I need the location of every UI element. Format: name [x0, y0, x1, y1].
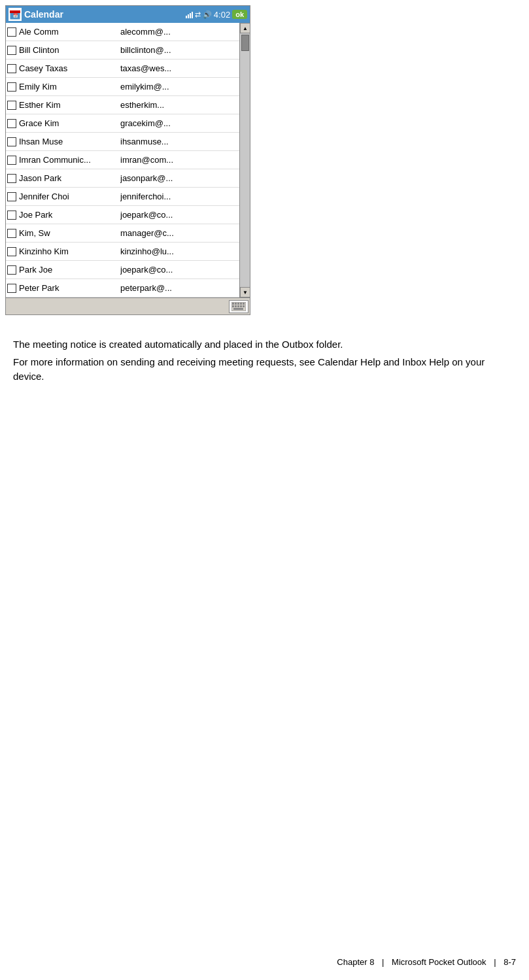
contact-email: ihsanmuse...	[120, 137, 238, 146]
contact-row[interactable]: Imran Communic...imran@com...	[6, 151, 239, 169]
contact-row[interactable]: Joe Parkjoepark@co...	[6, 206, 239, 224]
sync-icon: ⇄	[195, 10, 201, 19]
contact-email: alecomm@...	[120, 27, 238, 37]
contact-email: kinzinho@lu...	[120, 246, 238, 256]
svg-rect-9	[232, 305, 234, 307]
scroll-down-button[interactable]: ▼	[240, 287, 250, 297]
svg-rect-6	[237, 303, 239, 305]
title-bar: 📅 Calendar ⇄ 🔊 4:02 ok	[6, 6, 250, 23]
contact-name: Jason Park	[19, 173, 120, 183]
svg-rect-8	[243, 303, 245, 305]
product-label: Microsoft Pocket Outlook	[392, 957, 486, 967]
contact-row[interactable]: Jennifer Choijenniferchoi...	[6, 188, 239, 206]
app-title: Calendar	[24, 9, 63, 20]
contact-row[interactable]: Casey Taxastaxas@wes...	[6, 59, 239, 78]
volume-icon: 🔊	[203, 10, 212, 19]
scroll-track	[240, 33, 250, 287]
contact-row[interactable]: Ale Commalecomm@...	[6, 23, 239, 41]
scrollbar[interactable]: ▲ ▼	[239, 23, 250, 297]
contact-list: Ale Commalecomm@...Bill Clintonbillclint…	[6, 23, 239, 297]
contact-row[interactable]: Kim, Swmanager@c...	[6, 224, 239, 243]
signal-icon	[186, 10, 193, 18]
contact-row[interactable]: Emily Kimemilykim@...	[6, 78, 239, 96]
contact-row[interactable]: Grace Kimgracekim@...	[6, 114, 239, 133]
contact-checkbox[interactable]	[7, 247, 16, 256]
svg-rect-11	[237, 305, 239, 307]
svg-rect-4	[232, 303, 234, 305]
scroll-up-button[interactable]: ▲	[240, 23, 250, 33]
contact-email: joepark@co...	[120, 265, 238, 275]
contact-email: jasonpark@...	[120, 173, 238, 183]
contact-email: jenniferchoi...	[120, 192, 238, 201]
contact-name: Imran Communic...	[19, 155, 120, 165]
svg-rect-12	[240, 305, 242, 307]
footer-separator-2: |	[494, 957, 496, 967]
contact-email: gracekim@...	[120, 118, 238, 128]
contact-name: Esther Kim	[19, 100, 120, 110]
contact-list-wrapper: Ale Commalecomm@...Bill Clintonbillclint…	[6, 23, 250, 297]
contact-checkbox[interactable]	[7, 211, 16, 220]
contact-checkbox[interactable]	[7, 156, 16, 165]
svg-rect-13	[243, 305, 245, 307]
contact-name: Emily Kim	[19, 82, 120, 92]
contact-checkbox[interactable]	[7, 284, 16, 293]
chapter-label: Chapter 8	[337, 957, 374, 967]
keyboard-icon[interactable]	[229, 300, 248, 313]
contact-row[interactable]: Esther Kimestherkim...	[6, 96, 239, 114]
main-content: The meeting notice is created automatica…	[0, 327, 529, 384]
contact-checkbox[interactable]	[7, 46, 16, 55]
contact-row[interactable]: Peter Parkpeterpark@...	[6, 279, 239, 297]
contact-name: Casey Taxas	[19, 63, 120, 73]
contact-email: emilykim@...	[120, 82, 238, 92]
contact-row[interactable]: Ihsan Museihsanmuse...	[6, 133, 239, 151]
contact-checkbox[interactable]	[7, 192, 16, 201]
contact-name: Jennifer Choi	[19, 192, 120, 201]
contact-email: manager@c...	[120, 228, 238, 238]
svg-rect-1	[10, 10, 20, 13]
svg-rect-7	[240, 303, 242, 305]
contact-email: joepark@co...	[120, 210, 238, 220]
footer-separator: |	[382, 957, 384, 967]
contact-name: Park Joe	[19, 265, 120, 275]
contact-row[interactable]: Kinzinho Kimkinzinho@lu...	[6, 243, 239, 261]
contact-name: Joe Park	[19, 210, 120, 220]
contact-row[interactable]: Bill Clintonbillclinton@...	[6, 41, 239, 59]
contact-email: taxas@wes...	[120, 63, 238, 73]
contact-name: Kinzinho Kim	[19, 246, 120, 256]
bottom-toolbar	[6, 297, 250, 314]
contact-checkbox[interactable]	[7, 137, 16, 146]
app-icon: 📅	[9, 8, 22, 21]
contact-email: peterpark@...	[120, 283, 238, 293]
contact-email: billclinton@...	[120, 45, 238, 55]
contact-checkbox[interactable]	[7, 64, 16, 73]
paragraph-2: For more information on sending and rece…	[13, 355, 516, 384]
contact-checkbox[interactable]	[7, 82, 16, 92]
svg-rect-10	[235, 305, 237, 307]
contact-name: Kim, Sw	[19, 228, 120, 238]
contact-name: Peter Park	[19, 283, 120, 293]
contact-email: estherkim...	[120, 100, 238, 110]
contact-checkbox[interactable]	[7, 229, 16, 238]
contact-email: imran@com...	[120, 155, 238, 165]
svg-text:📅: 📅	[13, 13, 18, 18]
contact-row[interactable]: Park Joejoepark@co...	[6, 261, 239, 279]
ok-button[interactable]: ok	[232, 10, 247, 19]
svg-rect-5	[235, 303, 237, 305]
clock: 4:02	[214, 10, 230, 20]
page-footer: Chapter 8 | Microsoft Pocket Outlook | 8…	[337, 957, 516, 967]
contact-checkbox[interactable]	[7, 174, 16, 183]
contact-name: Ihsan Muse	[19, 137, 120, 146]
contact-checkbox[interactable]	[7, 27, 16, 37]
page-number: 8-7	[503, 957, 516, 967]
paragraph-1: The meeting notice is created automatica…	[13, 337, 516, 352]
contact-checkbox[interactable]	[7, 101, 16, 110]
contact-checkbox[interactable]	[7, 265, 16, 275]
contact-name: Ale Comm	[19, 27, 120, 37]
svg-rect-14	[233, 308, 243, 310]
device-screenshot-wrapper: 📅 Calendar ⇄ 🔊 4:02 ok Ale Commalecomm@.	[5, 5, 250, 315]
contact-name: Bill Clinton	[19, 45, 120, 55]
scroll-handle[interactable]	[241, 35, 249, 51]
contact-row[interactable]: Jason Parkjasonpark@...	[6, 169, 239, 188]
contact-checkbox[interactable]	[7, 119, 16, 128]
contact-name: Grace Kim	[19, 118, 120, 128]
